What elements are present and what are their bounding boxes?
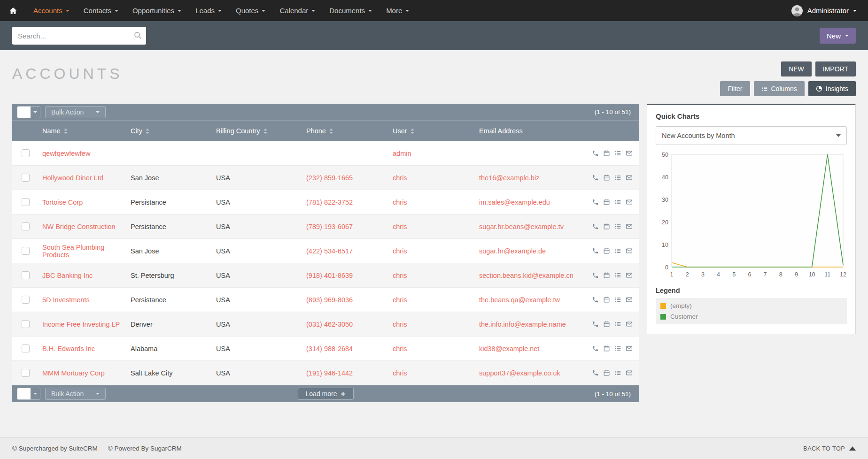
call-icon[interactable] <box>592 199 599 206</box>
phone-link[interactable]: (314) 988-2684 <box>306 345 353 352</box>
bulk-action-button[interactable]: Bulk Action <box>45 388 106 400</box>
account-name-link[interactable]: MMM Mortuary Corp <box>42 369 105 377</box>
sort-icon[interactable] <box>329 129 333 134</box>
email-link[interactable]: the16@example.biz <box>479 174 539 182</box>
email-link[interactable]: support37@example.co.uk <box>479 369 560 377</box>
user-link[interactable]: chris <box>393 345 407 352</box>
email-icon[interactable] <box>626 174 633 181</box>
chart-type-select[interactable]: New Accounts by Month <box>656 126 847 145</box>
account-name-link[interactable]: Hollywood Diner Ltd <box>42 174 103 182</box>
user-link[interactable]: chris <box>393 199 407 206</box>
email-link[interactable]: the.beans.qa@example.tw <box>479 296 560 304</box>
email-icon[interactable] <box>626 369 633 376</box>
columns-button[interactable]: Columns <box>754 81 805 96</box>
new-button[interactable]: NEW <box>781 61 812 76</box>
email-link[interactable]: the.info.info@example.name <box>479 321 566 328</box>
email-link[interactable]: im.sales@example.edu <box>479 199 550 206</box>
phone-link[interactable]: (031) 462-3050 <box>306 321 353 328</box>
user-link[interactable]: chris <box>393 272 407 279</box>
call-icon[interactable] <box>592 247 599 254</box>
user-link[interactable]: chris <box>393 247 407 255</box>
nav-item-leads[interactable]: Leads <box>188 0 229 21</box>
email-icon[interactable] <box>626 321 633 328</box>
account-name-link[interactable]: Income Free Investing LP <box>42 321 120 328</box>
row-checkbox[interactable] <box>22 296 30 304</box>
list-icon[interactable] <box>614 296 621 303</box>
column-header-phone[interactable]: Phone <box>302 127 389 135</box>
user-menu[interactable]: Administrator <box>791 5 868 17</box>
phone-link[interactable]: (918) 401-8639 <box>306 272 353 279</box>
account-name-link[interactable]: South Sea Plumbing Products <box>42 244 104 259</box>
select-all-dropdown[interactable] <box>17 388 40 400</box>
calendar-icon[interactable] <box>603 247 610 254</box>
column-header-email-address[interactable]: Email Address <box>475 127 581 135</box>
sort-icon[interactable] <box>264 129 267 134</box>
account-name-link[interactable]: 5D Investments <box>42 296 90 304</box>
call-icon[interactable] <box>592 150 599 157</box>
new-record-button[interactable]: New <box>820 28 856 44</box>
calendar-icon[interactable] <box>603 321 610 328</box>
user-link[interactable]: chris <box>393 369 407 377</box>
user-link[interactable]: chris <box>393 296 407 304</box>
user-link[interactable]: chris <box>393 223 407 230</box>
nav-item-calendar[interactable]: Calendar <box>272 0 322 21</box>
home-button[interactable] <box>0 0 26 21</box>
calendar-icon[interactable] <box>603 199 610 206</box>
account-name-link[interactable]: B.H. Edwards Inc <box>42 345 95 352</box>
list-icon[interactable] <box>614 345 621 352</box>
list-icon[interactable] <box>614 223 621 230</box>
select-all-checkbox[interactable] <box>17 107 31 118</box>
row-checkbox[interactable] <box>22 320 30 328</box>
calendar-icon[interactable] <box>603 150 610 157</box>
phone-link[interactable]: (789) 193-6067 <box>306 223 353 230</box>
email-link[interactable]: sugar.hr.beans@example.tv <box>479 223 564 230</box>
account-name-link[interactable]: NW Bridge Construction <box>42 223 116 230</box>
email-icon[interactable] <box>626 150 633 157</box>
calendar-icon[interactable] <box>603 174 610 181</box>
call-icon[interactable] <box>592 369 599 376</box>
list-icon[interactable] <box>614 150 621 157</box>
select-all-checkbox[interactable] <box>17 388 31 399</box>
list-icon[interactable] <box>614 199 621 206</box>
calendar-icon[interactable] <box>603 272 610 279</box>
account-name-link[interactable]: qewfqewfewfew <box>42 150 90 157</box>
call-icon[interactable] <box>592 321 599 328</box>
nav-item-accounts[interactable]: Accounts <box>26 0 77 21</box>
calendar-icon[interactable] <box>603 223 610 230</box>
back-to-top-button[interactable]: BACK TO TOP <box>803 445 856 452</box>
email-icon[interactable] <box>626 272 633 279</box>
nav-item-documents[interactable]: Documents <box>322 0 379 21</box>
email-icon[interactable] <box>626 247 633 254</box>
email-link[interactable]: kid38@example.net <box>479 345 539 352</box>
row-checkbox[interactable] <box>22 149 30 157</box>
calendar-icon[interactable] <box>603 345 610 352</box>
sort-icon[interactable] <box>146 129 149 134</box>
phone-link[interactable]: (893) 969-8036 <box>306 296 353 304</box>
call-icon[interactable] <box>592 296 599 303</box>
call-icon[interactable] <box>592 174 599 181</box>
list-icon[interactable] <box>614 272 621 279</box>
phone-link[interactable]: (422) 534-6517 <box>306 247 353 255</box>
nav-item-opportunities[interactable]: Opportunities <box>125 0 188 21</box>
filter-button[interactable]: Filter <box>720 81 750 96</box>
row-checkbox[interactable] <box>22 344 30 352</box>
column-header-user[interactable]: User <box>389 127 475 135</box>
user-link[interactable]: admin <box>393 150 411 157</box>
phone-link[interactable]: (781) 822-3752 <box>306 199 353 206</box>
call-icon[interactable] <box>592 272 599 279</box>
account-name-link[interactable]: Tortoise Corp <box>42 199 83 206</box>
user-link[interactable]: chris <box>393 321 407 328</box>
email-icon[interactable] <box>626 345 633 352</box>
nav-item-more[interactable]: More <box>379 0 416 21</box>
sort-icon[interactable] <box>411 129 414 134</box>
nav-item-quotes[interactable]: Quotes <box>229 0 272 21</box>
nav-item-contacts[interactable]: Contacts <box>77 0 125 21</box>
row-checkbox[interactable] <box>22 369 30 377</box>
calendar-icon[interactable] <box>603 369 610 376</box>
select-all-dropdown[interactable] <box>17 106 40 118</box>
account-name-link[interactable]: JBC Banking Inc <box>42 272 93 279</box>
import-button[interactable]: IMPORT <box>815 61 856 76</box>
list-icon[interactable] <box>614 321 621 328</box>
row-checkbox[interactable] <box>22 271 30 279</box>
list-icon[interactable] <box>614 369 621 376</box>
